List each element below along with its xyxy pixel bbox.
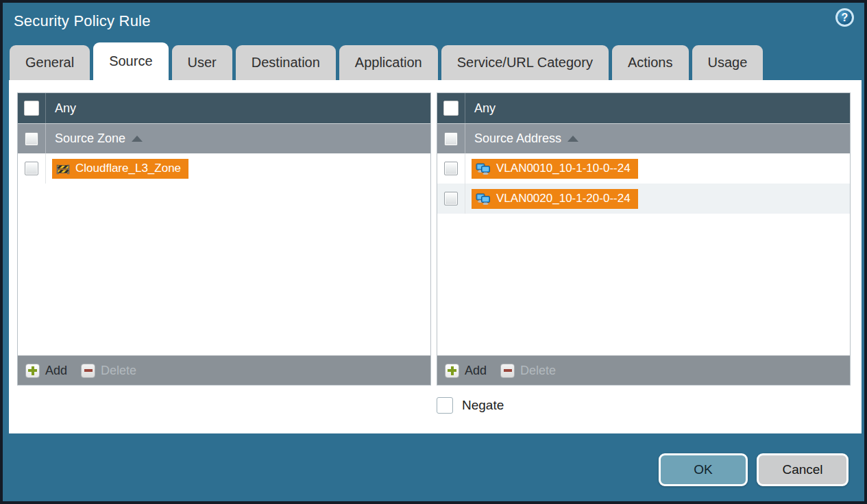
- source-zone-item[interactable]: Cloudflare_L3_Zone: [52, 159, 188, 179]
- add-plus-icon: [445, 364, 459, 378]
- source-zone-column-title[interactable]: Source Zone: [55, 131, 143, 146]
- source-address-any-checkbox[interactable]: [443, 101, 459, 116]
- dialog-title: Security Policy Rule: [14, 12, 151, 30]
- source-zone-panel: Any Source Zone: [17, 92, 431, 386]
- row-checkbox[interactable]: [25, 162, 38, 175]
- sort-ascending-icon: [132, 136, 143, 142]
- cancel-button[interactable]: Cancel: [757, 453, 848, 486]
- tab-application[interactable]: Application: [339, 45, 438, 80]
- tab-source[interactable]: Source: [93, 42, 168, 80]
- tab-service-url-category[interactable]: Service/URL Category: [441, 45, 609, 80]
- source-address-rows: VLAN0010_10-1-10-0--24: [437, 153, 850, 355]
- source-address-select-all-checkbox[interactable]: [444, 132, 458, 146]
- tab-bar: General Source User Destination Applicat…: [10, 42, 857, 80]
- source-zone-column-header: Source Zone: [18, 123, 430, 153]
- source-zone-select-all-checkbox[interactable]: [25, 132, 38, 146]
- dialog-titlebar: Security Policy Rule ?: [3, 3, 864, 40]
- ok-button[interactable]: OK: [659, 453, 748, 486]
- source-address-panel: Any Source Address: [437, 92, 851, 386]
- table-row: VLAN0020_10-1-20-0--24: [437, 184, 850, 214]
- source-tab-content: Any Source Zone: [9, 80, 862, 433]
- source-address-item[interactable]: VLAN0010_10-1-10-0--24: [472, 159, 638, 179]
- help-icon[interactable]: ?: [835, 8, 854, 27]
- network-address-icon: [476, 163, 491, 175]
- delete-button[interactable]: Delete: [81, 364, 136, 378]
- delete-button[interactable]: Delete: [500, 364, 556, 378]
- tab-user[interactable]: User: [172, 45, 232, 80]
- tab-destination[interactable]: Destination: [236, 45, 336, 80]
- negate-checkbox[interactable]: [437, 397, 453, 414]
- zone-barrier-icon: [56, 163, 70, 175]
- tab-general[interactable]: General: [10, 45, 90, 80]
- source-zone-item-label: Cloudflare_L3_Zone: [75, 162, 181, 175]
- negate-label: Negate: [462, 398, 504, 413]
- source-address-item[interactable]: VLAN0020_10-1-20-0--24: [472, 189, 638, 209]
- source-zone-any-header: Any: [18, 93, 430, 123]
- add-button[interactable]: Add: [25, 364, 67, 378]
- source-zone-footer: Add Delete: [18, 355, 430, 385]
- source-address-column-header: Source Address: [437, 123, 850, 153]
- delete-minus-icon: [500, 364, 515, 378]
- row-checkbox[interactable]: [444, 162, 458, 175]
- tab-actions[interactable]: Actions: [612, 45, 689, 80]
- table-row: Cloudflare_L3_Zone: [18, 153, 430, 184]
- table-row: VLAN0010_10-1-10-0--24: [437, 153, 850, 184]
- source-zone-any-checkbox[interactable]: [24, 101, 39, 116]
- source-zone-any-label: Any: [55, 101, 76, 116]
- source-address-column-title[interactable]: Source Address: [474, 131, 578, 146]
- sort-ascending-icon: [567, 136, 578, 142]
- negate-option: Negate: [437, 397, 853, 414]
- source-address-item-label: VLAN0020_10-1-20-0--24: [496, 192, 631, 205]
- delete-minus-icon: [81, 364, 95, 378]
- source-zone-rows: Cloudflare_L3_Zone: [18, 153, 430, 355]
- network-address-icon: [476, 193, 491, 205]
- row-checkbox[interactable]: [444, 192, 458, 205]
- add-plus-icon: [25, 364, 40, 378]
- source-address-item-label: VLAN0010_10-1-10-0--24: [496, 162, 631, 175]
- source-address-any-label: Any: [474, 101, 496, 116]
- add-button[interactable]: Add: [445, 364, 487, 378]
- tab-usage[interactable]: Usage: [692, 45, 764, 80]
- security-policy-rule-dialog: Security Policy Rule ? General Source Us…: [0, 0, 867, 504]
- source-address-footer: Add Delete: [437, 355, 850, 385]
- source-address-any-header: Any: [437, 93, 850, 123]
